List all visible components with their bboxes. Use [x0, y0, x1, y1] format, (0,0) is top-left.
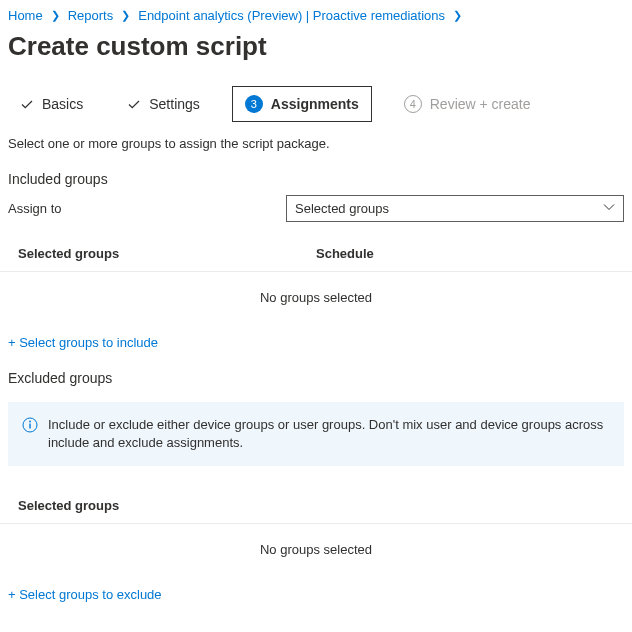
check-icon [127, 97, 141, 111]
info-banner: Include or exclude either device groups … [8, 402, 624, 466]
chevron-right-icon: ❯ [453, 9, 462, 22]
tab-review-label: Review + create [430, 96, 531, 112]
tab-basics[interactable]: Basics [8, 88, 95, 120]
chevron-right-icon: ❯ [121, 9, 130, 22]
included-table-header: Selected groups Schedule [0, 232, 632, 272]
select-groups-exclude-link[interactable]: + Select groups to exclude [0, 587, 632, 622]
info-icon [22, 417, 38, 433]
svg-rect-2 [29, 424, 30, 429]
included-groups-heading: Included groups [0, 171, 632, 195]
included-empty-message: No groups selected [0, 272, 632, 335]
breadcrumb-reports[interactable]: Reports [68, 8, 114, 23]
assign-to-select[interactable]: Selected groups [286, 195, 624, 222]
breadcrumb: Home ❯ Reports ❯ Endpoint analytics (Pre… [0, 0, 632, 27]
step-number-badge: 3 [245, 95, 263, 113]
svg-point-1 [29, 421, 31, 423]
chevron-down-icon [603, 201, 615, 216]
select-groups-include-link[interactable]: + Select groups to include [0, 335, 632, 370]
intro-text: Select one or more groups to assign the … [0, 136, 632, 171]
tab-assignments-label: Assignments [271, 96, 359, 112]
tab-review-create[interactable]: 4 Review + create [392, 87, 543, 121]
excluded-table-header: Selected groups [0, 484, 632, 524]
assign-to-label: Assign to [8, 201, 286, 216]
breadcrumb-home[interactable]: Home [8, 8, 43, 23]
excluded-empty-message: No groups selected [0, 524, 632, 587]
wizard-tabs: Basics Settings 3 Assignments 4 Review +… [0, 86, 632, 136]
col-schedule: Schedule [316, 246, 374, 261]
col-selected-groups: Selected groups [18, 498, 316, 513]
tab-assignments[interactable]: 3 Assignments [232, 86, 372, 122]
excluded-groups-heading: Excluded groups [0, 370, 632, 394]
step-number-badge: 4 [404, 95, 422, 113]
page-title: Create custom script [0, 27, 632, 86]
tab-basics-label: Basics [42, 96, 83, 112]
breadcrumb-endpoint-analytics[interactable]: Endpoint analytics (Preview) | Proactive… [138, 8, 445, 23]
tab-settings-label: Settings [149, 96, 200, 112]
chevron-right-icon: ❯ [51, 9, 60, 22]
info-banner-text: Include or exclude either device groups … [48, 416, 610, 452]
check-icon [20, 97, 34, 111]
col-selected-groups: Selected groups [18, 246, 316, 261]
tab-settings[interactable]: Settings [115, 88, 212, 120]
assign-to-value: Selected groups [295, 201, 389, 216]
